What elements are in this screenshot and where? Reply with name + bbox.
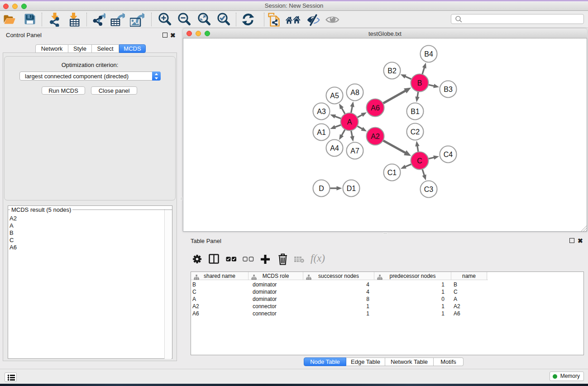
svg-text:B3: B3	[444, 86, 453, 93]
svg-text:A6: A6	[371, 104, 380, 112]
svg-text:A8: A8	[350, 89, 359, 96]
svg-text:A4: A4	[330, 144, 339, 152]
svg-text:A3: A3	[317, 108, 326, 115]
svg-text:A5: A5	[330, 92, 339, 100]
svg-text:D: D	[319, 185, 324, 192]
svg-text:A2: A2	[371, 133, 380, 140]
svg-text:B1: B1	[411, 108, 420, 115]
svg-text:B4: B4	[424, 50, 433, 58]
svg-text:A: A	[347, 118, 352, 126]
svg-text:C3: C3	[424, 186, 434, 193]
svg-text:C1: C1	[387, 169, 397, 176]
svg-text:C4: C4	[444, 151, 453, 158]
svg-text:D1: D1	[347, 185, 356, 192]
svg-text:A7: A7	[350, 147, 359, 155]
svg-text:A1: A1	[317, 129, 326, 136]
svg-text:B2: B2	[387, 67, 397, 75]
svg-text:B: B	[417, 79, 422, 87]
svg-text:C: C	[417, 157, 422, 165]
svg-text:C2: C2	[411, 128, 420, 136]
